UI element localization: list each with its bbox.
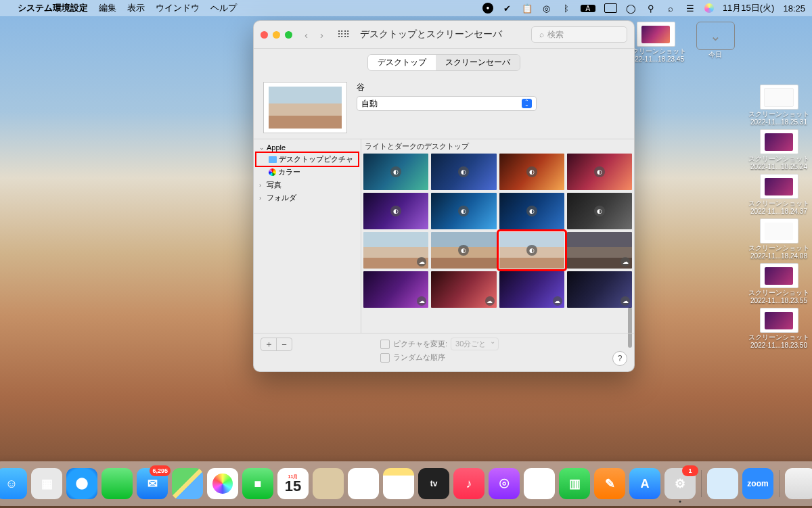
minimize-button[interactable] [273, 31, 280, 39]
search-icon[interactable]: ⌕ [665, 3, 676, 14]
desktop-file-6[interactable]: スクリーンショット 2022-11...18.23.50 [750, 308, 808, 350]
wallpaper-thumb-15[interactable]: ☁ [567, 271, 632, 308]
dock-notes[interactable] [383, 468, 414, 499]
desktop-file-1[interactable]: スクリーンショット 2022-11...18.25.31 [750, 85, 808, 126]
wallpaper-grid: ◐◐◐◐◐◐◐◐☁◐◐☁☁☁☁☁ [361, 154, 634, 333]
random-order-checkbox[interactable]: ランダムな順序 [380, 352, 499, 363]
menubar-item-view[interactable]: 表示 [127, 2, 145, 14]
desktop-stack-today[interactable]: ⌄ 今日 [686, 22, 744, 64]
wallpaper-thumb-12[interactable]: ☁ [363, 271, 428, 308]
wallpaper-thumb-0[interactable]: ◐ [363, 154, 428, 190]
desktop-file-4[interactable]: スクリーンショット 2022-11...18.24.08 [750, 218, 808, 260]
dock-appletv[interactable]: tv [418, 468, 449, 499]
dock-facetime[interactable]: ■ [242, 468, 273, 499]
dock-trash[interactable] [785, 468, 812, 499]
status-icon-circle[interactable]: ◯ [626, 3, 637, 14]
siri-icon[interactable] [704, 3, 714, 13]
dock-mail[interactable]: ✉6,295 [137, 468, 168, 499]
sidebar-colors[interactable]: カラー [256, 166, 358, 179]
tab-desktop[interactable]: デスクトップ [368, 55, 436, 70]
dock-safari[interactable] [66, 468, 97, 499]
sidebar-folders[interactable]: ›フォルダ [256, 191, 358, 204]
status-icon-1[interactable]: ● [482, 3, 493, 14]
remove-source-button[interactable]: − [276, 338, 292, 350]
wallpaper-thumb-11[interactable]: ☁ [567, 232, 632, 269]
download-icon: ☁ [417, 296, 426, 306]
wallpaper-thumb-10[interactable]: ◐ [499, 232, 564, 269]
menubar-app-name[interactable]: システム環境設定 [18, 2, 88, 14]
dock-contacts[interactable] [313, 468, 344, 499]
search-input[interactable]: ⌕ 検索 [531, 26, 627, 43]
download-icon: ☁ [621, 296, 630, 306]
download-icon: ☁ [621, 257, 630, 267]
sidebar-photos[interactable]: ›写真 [256, 179, 358, 191]
show-all-icon[interactable]: ⠿⠿ [337, 29, 349, 40]
wallpaper-thumb-2[interactable]: ◐ [499, 154, 564, 190]
appearance-dropdown[interactable]: 自動 ⌃⌄ [357, 96, 537, 111]
status-icon-airplay[interactable]: ◎ [541, 3, 552, 14]
dock-messages[interactable] [102, 468, 133, 499]
sidebar-desktop-pictures[interactable]: デスクトップピクチャ [255, 152, 359, 167]
dock-podcasts[interactable]: ⦾ [489, 468, 520, 499]
dock-keynote[interactable]: ✎ [594, 468, 625, 499]
menubar-date[interactable]: 11月15日(火) [723, 2, 775, 14]
dock-settings[interactable]: ⚙1 [664, 468, 696, 499]
wallpaper-thumb-1[interactable]: ◐ [431, 154, 496, 190]
desktop-file-5[interactable]: スクリーンショット 2022-11...18.23.55 [750, 263, 808, 305]
back-button[interactable]: ‹ [304, 29, 308, 41]
wallpaper-thumb-8[interactable]: ☁ [363, 232, 428, 269]
interval-dropdown: 30分ごと [451, 338, 499, 350]
dock-calendar[interactable]: 11月15 [277, 468, 309, 499]
wallpaper-thumb-7[interactable]: ◐ [567, 193, 632, 229]
dock-preview[interactable] [707, 468, 738, 499]
desktop-file-2[interactable]: スクリーンショット 2022-11...18.25.24 [750, 129, 808, 171]
forward-button[interactable]: › [320, 29, 323, 41]
wallpaper-thumb-13[interactable]: ☁ [431, 271, 496, 308]
close-button[interactable] [261, 31, 268, 39]
search-placeholder: 検索 [547, 29, 564, 41]
dock-zoom[interactable]: zoom [742, 468, 773, 499]
control-center-icon[interactable]: ☰ [685, 3, 696, 14]
dynamic-icon: ◐ [458, 245, 469, 256]
menubar-item-help[interactable]: ヘルプ [210, 2, 237, 14]
dock-photos[interactable] [207, 468, 238, 499]
dock-music[interactable]: ♪ [453, 468, 484, 499]
wallpaper-thumb-3[interactable]: ◐ [567, 154, 632, 190]
dock-separator [701, 470, 702, 497]
wallpaper-thumb-14[interactable]: ☁ [499, 271, 564, 308]
wallpaper-thumb-9[interactable]: ◐ [431, 232, 496, 269]
desktop-file-3[interactable]: スクリーンショット 2022-11...18.24.37 [750, 174, 808, 216]
dock-finder[interactable]: ☺ [0, 468, 27, 499]
status-icon-clipboard[interactable]: 📋 [522, 3, 533, 14]
window-titlebar[interactable]: ‹ › ⠿⠿ デスクトップとスクリーンセーバ ⌕ 検索 [254, 21, 634, 49]
source-sidebar: ⌄Apple デスクトップピクチャ カラー ›写真 ›フォルダ [254, 139, 361, 333]
input-source-icon[interactable]: A [581, 5, 595, 12]
change-pic-checkbox[interactable]: ピクチャを変更: 30分ごと [380, 338, 499, 350]
dock-launchpad[interactable]: ▦ [31, 468, 62, 499]
dock-appstore[interactable]: A [629, 468, 660, 499]
wallpaper-thumb-6[interactable]: ◐ [499, 193, 564, 229]
status-icon-tasks[interactable]: ✔︎ [502, 3, 513, 14]
dynamic-icon: ◐ [458, 166, 469, 177]
dock-maps[interactable] [172, 468, 203, 499]
battery-icon[interactable] [604, 3, 617, 13]
download-icon: ☁ [417, 257, 426, 267]
tab-screensaver[interactable]: スクリーンセーバ [436, 55, 520, 70]
help-button[interactable]: ? [612, 351, 627, 366]
menubar-time[interactable]: 18:25 [783, 3, 805, 14]
menubar: システム環境設定 編集 表示 ウインドウ ヘルプ ● ✔︎ 📋 ◎ ᛒ A ◯ … [0, 0, 812, 16]
dock-news[interactable]: N [524, 468, 555, 499]
bluetooth-icon[interactable]: ᛒ [561, 3, 572, 14]
dock-separator-2 [779, 470, 780, 497]
menubar-item-edit[interactable]: 編集 [99, 2, 116, 14]
dock-reminders[interactable]: ≣ [348, 468, 379, 499]
wifi-icon[interactable]: ⚲ [646, 3, 656, 14]
dock-numbers[interactable]: ▥ [559, 468, 590, 499]
dynamic-icon: ◐ [526, 206, 537, 216]
wallpaper-thumb-4[interactable]: ◐ [363, 193, 428, 229]
add-source-button[interactable]: ＋ [261, 338, 276, 350]
desktop-file-screenshot-main[interactable]: スクリーンショット 2022-11...18.23.45 [627, 22, 685, 64]
menubar-item-window[interactable]: ウインドウ [156, 2, 200, 14]
wallpaper-thumb-5[interactable]: ◐ [431, 193, 496, 229]
maximize-button[interactable] [285, 31, 292, 39]
